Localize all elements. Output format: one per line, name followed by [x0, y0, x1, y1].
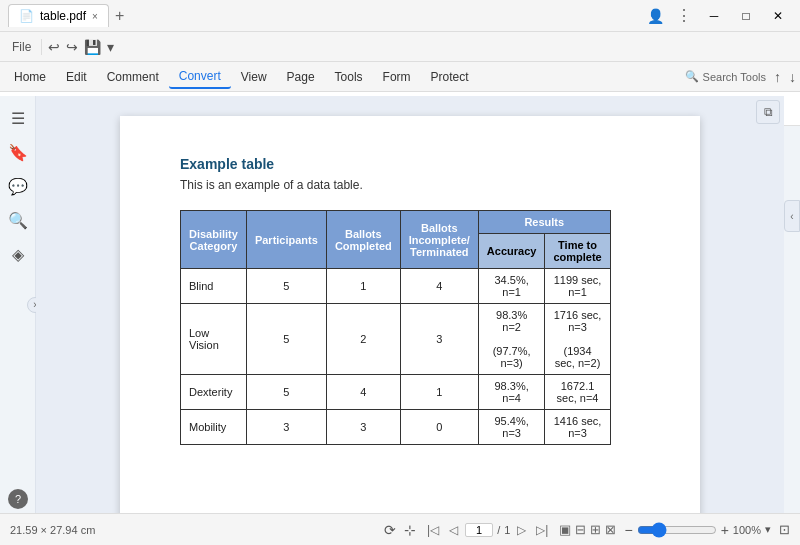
- table-row: Low Vision 5 2 3 98.3% n=2(97.7%, n=3) 1…: [181, 304, 611, 375]
- sidebar-icon-bookmarks[interactable]: 🔖: [4, 138, 32, 166]
- cell-time: 1672.1 sec, n=4: [545, 375, 610, 410]
- maximize-button[interactable]: □: [732, 7, 760, 25]
- new-tab-button[interactable]: +: [115, 7, 124, 25]
- profile-icon[interactable]: 👤: [643, 6, 668, 26]
- file-icon: 📄: [19, 9, 34, 23]
- zoom-in-button[interactable]: +: [721, 522, 729, 538]
- settings-icon[interactable]: ⋮: [672, 4, 696, 27]
- single-page-icon[interactable]: ▣: [559, 522, 571, 537]
- sidebar-icon-search[interactable]: 🔍: [4, 206, 32, 234]
- table-body: Blind 5 1 4 34.5%, n=1 1199 sec, n=1 Low…: [181, 269, 611, 445]
- sidebar-icon-nav[interactable]: ☰: [4, 104, 32, 132]
- cell-accuracy: 98.3%, n=4: [478, 375, 545, 410]
- cell-completed: 1: [326, 269, 400, 304]
- prev-page-button[interactable]: ◁: [446, 523, 461, 537]
- data-table: DisabilityCategory Participants BallotsC…: [180, 210, 611, 445]
- minimize-button[interactable]: ─: [700, 7, 728, 25]
- menu-tools[interactable]: Tools: [325, 66, 373, 88]
- sidebar-icon-comments[interactable]: 💬: [4, 172, 32, 200]
- bottom-bar: 21.59 × 27.94 cm ⟳ ⊹ |◁ ◁ / 1 ▷ ▷| ▣ ⊟ ⊞…: [0, 513, 800, 545]
- page-dimensions: 21.59 × 27.94 cm: [10, 524, 95, 536]
- scroll-icon[interactable]: ⊞: [590, 522, 601, 537]
- page-separator: /: [497, 524, 500, 536]
- cell-completed: 2: [326, 304, 400, 375]
- col-header-accuracy: Accuracy: [478, 234, 545, 269]
- cell-category: Low Vision: [181, 304, 247, 375]
- cell-incomplete: 4: [400, 269, 478, 304]
- title-bar: 📄 table.pdf × + 👤 ⋮ ─ □ ✕: [0, 0, 800, 32]
- document-title: Example table: [180, 156, 640, 172]
- file-menu[interactable]: File: [8, 40, 35, 54]
- cell-accuracy: 98.3% n=2(97.7%, n=3): [478, 304, 545, 375]
- redo-icon[interactable]: ↪: [66, 39, 78, 55]
- col-header-incomplete: BallotsIncomplete/Terminated: [400, 211, 478, 269]
- right-sidebar-toggle[interactable]: ‹: [784, 200, 800, 232]
- zoom-slider[interactable]: [637, 522, 717, 538]
- col-header-results: Results: [478, 211, 610, 234]
- fit-window-icon[interactable]: ⊡: [779, 522, 790, 537]
- pointer-icon[interactable]: ⊹: [404, 522, 416, 538]
- help-icon[interactable]: ?: [8, 489, 28, 509]
- menu-comment[interactable]: Comment: [97, 66, 169, 88]
- view-icons: ▣ ⊟ ⊞ ⊠: [559, 522, 616, 537]
- col-header-time: Time tocomplete: [545, 234, 610, 269]
- left-sidebar: ☰ 🔖 💬 🔍 ◈ ›: [0, 96, 36, 513]
- first-page-button[interactable]: |◁: [424, 523, 442, 537]
- document-subtitle: This is an example of a data table.: [180, 178, 640, 192]
- zoom-out-button[interactable]: −: [624, 522, 632, 538]
- secondary-toolbar: File ↩ ↪ 💾 ▾: [0, 32, 800, 62]
- fit-icon[interactable]: ⊠: [605, 522, 616, 537]
- cell-participants: 5: [246, 375, 326, 410]
- cell-category: Blind: [181, 269, 247, 304]
- menu-form[interactable]: Form: [373, 66, 421, 88]
- tab-filename: table.pdf: [40, 9, 86, 23]
- cell-incomplete: 0: [400, 410, 478, 445]
- page-total: 1: [504, 524, 510, 536]
- menu-home[interactable]: Home: [4, 66, 56, 88]
- cell-participants: 3: [246, 410, 326, 445]
- save-icon[interactable]: 💾: [84, 39, 101, 55]
- sidebar-icon-layers[interactable]: ◈: [4, 240, 32, 268]
- menu-right-icons: ↑ ↓: [774, 69, 796, 85]
- undo-icon[interactable]: ↩: [48, 39, 60, 55]
- cell-time: 1199 sec, n=1: [545, 269, 610, 304]
- cell-time: 1716 sec, n=3(1934 sec, n=2): [545, 304, 610, 375]
- menu-protect[interactable]: Protect: [421, 66, 479, 88]
- table-row: Dexterity 5 4 1 98.3%, n=4 1672.1 sec, n…: [181, 375, 611, 410]
- next-page-button[interactable]: ▷: [514, 523, 529, 537]
- table-row: Blind 5 1 4 34.5%, n=1 1199 sec, n=1: [181, 269, 611, 304]
- close-tab-button[interactable]: ×: [92, 11, 98, 22]
- zoom-controls: − + 100% ▾: [624, 522, 771, 538]
- cell-participants: 5: [246, 304, 326, 375]
- menu-view[interactable]: View: [231, 66, 277, 88]
- close-button[interactable]: ✕: [764, 7, 792, 25]
- col-header-completed: BallotsCompleted: [326, 211, 400, 269]
- cell-completed: 4: [326, 375, 400, 410]
- cell-accuracy: 34.5%, n=1: [478, 269, 545, 304]
- clipboard-icon[interactable]: ⧉: [756, 100, 780, 124]
- col-header-participants: Participants: [246, 211, 326, 269]
- pdf-page: Example table This is an example of a da…: [120, 116, 700, 513]
- search-tools-icon: 🔍: [685, 70, 699, 83]
- menu-edit[interactable]: Edit: [56, 66, 97, 88]
- arrow-up-icon[interactable]: ↑: [774, 69, 781, 85]
- zoom-dropdown[interactable]: ▾: [765, 523, 771, 536]
- cell-category: Dexterity: [181, 375, 247, 410]
- cell-category: Mobility: [181, 410, 247, 445]
- cell-time: 1416 sec, n=3: [545, 410, 610, 445]
- page-number-input[interactable]: [465, 523, 493, 537]
- search-tools-label: Search Tools: [703, 71, 766, 83]
- last-page-button[interactable]: ▷|: [533, 523, 551, 537]
- cell-incomplete: 1: [400, 375, 478, 410]
- cell-accuracy: 95.4%, n=3: [478, 410, 545, 445]
- arrow-down-icon[interactable]: ↓: [789, 69, 796, 85]
- page-navigation: |◁ ◁ / 1 ▷ ▷|: [424, 523, 551, 537]
- two-page-icon[interactable]: ⊟: [575, 522, 586, 537]
- menu-convert[interactable]: Convert: [169, 65, 231, 89]
- cell-participants: 5: [246, 269, 326, 304]
- menu-bar: Home Edit Comment Convert View Page Tool…: [0, 62, 800, 92]
- search-tools-area[interactable]: 🔍 Search Tools: [677, 68, 774, 85]
- menu-page[interactable]: Page: [277, 66, 325, 88]
- scan-icon[interactable]: ⟳: [384, 522, 396, 538]
- document-tab[interactable]: 📄 table.pdf ×: [8, 4, 109, 27]
